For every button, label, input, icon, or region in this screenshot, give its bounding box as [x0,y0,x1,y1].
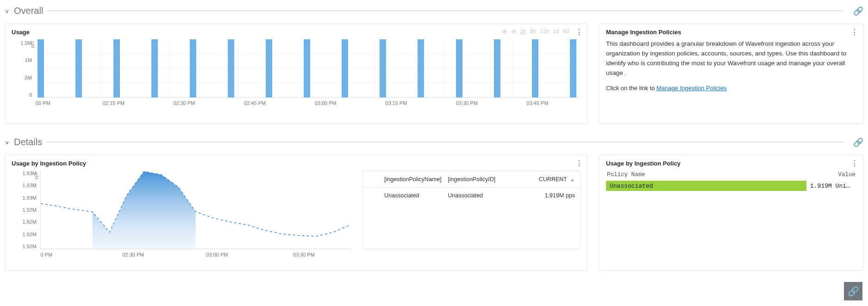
bar [342,39,348,98]
x-tick: 03:15 PM [385,100,407,106]
policy-chart-card: Usage by Ingestion Policy ⋮ pps 1.93M 1.… [5,155,588,271]
bar [494,39,500,98]
col-policy-id[interactable]: [ingestionPolicyID] [448,176,511,183]
bar [75,39,82,98]
divider [48,11,844,11]
section-header-details[interactable]: ∨ Details 🔗 [5,137,863,147]
manage-policies-link[interactable]: Manage Ingestion Policies [656,85,727,92]
col-current[interactable]: CURRENT ⌄ [512,176,575,183]
chevron-down-icon: ∨ [5,139,9,145]
y-axis-unit: pps [34,172,38,179]
bar [380,39,386,98]
x-tick: 02:30 PM [122,252,144,257]
col-value: Value [838,171,856,178]
bar [113,39,120,98]
x-tick: 02:45 PM [244,100,266,106]
bar [190,39,196,98]
y-tick: 1.92M [12,232,37,237]
bar [418,39,424,98]
policy-table-card: Usage by Ingestion Policy ⋮ Policy Name … [599,155,863,271]
x-tick: 02:30 PM [173,100,195,106]
card-title: Usage [12,29,581,36]
y-tick: 1.93M [12,195,37,201]
x-tick: 03:00 PM [206,252,228,257]
x-tick: 00 PM [36,100,50,106]
time-range-1d[interactable]: 1d [553,28,559,35]
x-tick: 03:45 PM [527,100,549,106]
row-name: Unassociated [610,183,653,190]
bar [570,39,576,98]
legend-row[interactable]: Unassociated Unassociated 1.919M pps [363,188,581,203]
card-menu-icon[interactable]: ⋮ [575,28,583,37]
y-tick: 1.92M [12,207,37,213]
policy-area-chart: pps 1.93M 1.93M 1.93M 1.92M 1.92M 1.92M … [12,171,354,263]
card-menu-icon[interactable]: ⋮ [575,159,583,168]
usage-bar-chart: pps 1.5M 1M .5M 0 00 PM [12,39,581,118]
legend-id: Unassociated [448,192,511,199]
bar [266,39,272,98]
bar [228,39,234,98]
link-icon[interactable]: 🔗 [853,137,863,147]
x-tick: 0 PM [41,252,53,257]
y-tick: .5M [24,75,32,80]
link-icon[interactable]: 🔗 [853,6,863,16]
table-row[interactable]: Unassociated 1.919M Uni… [606,181,856,191]
time-range-6h[interactable]: 6h [530,28,536,35]
zoom-out-icon[interactable]: ⊖ [511,28,517,35]
divider [47,142,844,142]
y-tick: 1.92M [12,244,37,249]
x-tick: 03:30 PM [456,100,478,106]
info-body: This dashboard provides a granular break… [606,39,856,78]
link-icon: 🔗 [848,286,859,297]
policy-legend-table: [ingestionPolicyName] [ingestionPolicyID… [362,171,581,249]
col-policy-name: Policy Name [607,171,645,178]
time-range-12h[interactable]: 12h [540,28,549,35]
section-header-overall[interactable]: ∨ Overall 🔗 [5,6,863,16]
legend-current: 1.919M pps [512,192,575,199]
x-tick: 02:15 PM [103,100,125,106]
bar [456,39,462,98]
x-tick: 03:00 PM [315,100,337,106]
permalink-button[interactable]: 🔗 [844,282,862,298]
info-link-prefix: Click on the link to [606,85,656,92]
section-title: Details [14,137,42,147]
time-range-8d[interactable]: 8d [563,28,569,35]
bar [151,39,158,98]
card-title: Manage Ingestion Policies [606,29,856,36]
y-tick: 1.93M [12,183,37,188]
bar [532,39,538,98]
y-tick: 1.92M [12,219,37,225]
bar [304,39,310,98]
legend-name: Unassociated [384,192,448,199]
row-value: 1.919M Uni… [806,183,856,190]
time-range-2h[interactable]: 2h [520,28,526,35]
bar [37,39,44,98]
y-tick: 1.93M [12,171,37,176]
info-link-line: Click on the link to Manage Ingestion Po… [606,85,856,92]
card-menu-icon[interactable]: ⋮ [851,159,858,168]
card-title: Usage by Ingestion Policy [606,160,856,167]
x-tick: 03:30 PM [293,252,315,257]
value-bar: Unassociated [606,181,806,191]
y-tick: 1M [25,57,32,63]
chevron-down-icon: ∨ [5,8,9,14]
card-menu-icon[interactable]: ⋮ [851,28,858,37]
col-policy-name[interactable]: [ingestionPolicyName] [384,176,448,183]
section-title: Overall [14,6,43,16]
chevron-down-icon: ⌄ [570,176,575,183]
zoom-in-icon[interactable]: ⊕ [502,28,507,35]
info-card: Manage Ingestion Policies ⋮ This dashboa… [599,24,863,124]
card-title: Usage by Ingestion Policy [12,160,581,167]
time-range-controls: ⊕ ⊖ 2h 6h 12h 1d 8d [502,28,569,35]
usage-card: Usage ⊕ ⊖ 2h 6h 12h 1d 8d ⋮ pps 1.5M 1M … [5,24,588,124]
